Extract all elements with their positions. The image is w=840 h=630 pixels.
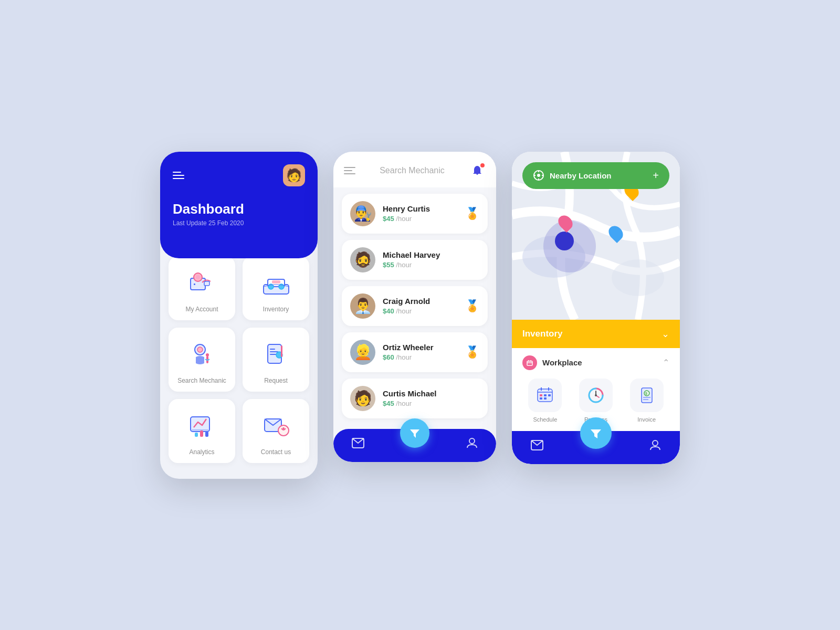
inventory-panel[interactable]: Inventory ⌄ bbox=[512, 320, 680, 348]
badge-icon: 🏅 bbox=[465, 207, 479, 220]
workplace-icons: Schedule Progress bbox=[522, 379, 669, 423]
menu-item-analytics[interactable]: Analytics bbox=[169, 399, 235, 463]
nav-mail-map[interactable] bbox=[531, 440, 543, 453]
search-screen-title: Search Mechanic bbox=[380, 166, 445, 175]
workplace-item-progress[interactable]: Progress bbox=[579, 379, 613, 423]
request-label: Request bbox=[264, 377, 288, 384]
menu-item-request[interactable]: Request bbox=[243, 328, 309, 392]
svg-rect-3 bbox=[194, 284, 195, 285]
mechanic-card-ortiz[interactable]: 👱 Ortiz Wheeler $60 /hour 🏅 bbox=[342, 332, 488, 372]
svg-rect-22 bbox=[195, 433, 198, 437]
svg-rect-9 bbox=[272, 280, 280, 284]
contact-label: Contact us bbox=[261, 448, 291, 456]
workplace-chevron[interactable]: ⌃ bbox=[663, 358, 669, 368]
mechanic-avatar: 🧔 bbox=[350, 247, 375, 272]
svg-point-32 bbox=[612, 259, 664, 296]
account-icon bbox=[185, 267, 219, 300]
notification-dot bbox=[480, 163, 485, 167]
dashboard-header: 🧑 Dashboard Last Update 25 Feb 2020 bbox=[160, 152, 318, 258]
workplace-header: Workplace ⌃ bbox=[522, 355, 669, 370]
contact-icon bbox=[259, 410, 293, 443]
menu-item-account[interactable]: My Account bbox=[169, 256, 235, 320]
nearby-location-button[interactable]: Nearby Location + bbox=[522, 162, 669, 189]
svg-rect-21 bbox=[192, 429, 208, 430]
svg-rect-47 bbox=[540, 394, 542, 396]
svg-rect-51 bbox=[544, 397, 547, 400]
menu-grid-top: My Account Inventory bbox=[169, 256, 309, 320]
mechanic-avatar: 👨‍💼 bbox=[350, 293, 375, 319]
nearby-label: Nearby Location bbox=[550, 171, 612, 180]
notification-bell[interactable] bbox=[469, 162, 486, 179]
menu-item-search[interactable]: Search Mechanic bbox=[169, 328, 235, 392]
header-top: 🧑 bbox=[173, 164, 305, 186]
svg-rect-16 bbox=[270, 351, 278, 352]
menu-grid-bot: Analytics Contact us bbox=[169, 399, 309, 463]
mechanic-avatar: 👱 bbox=[350, 340, 375, 365]
menu-button[interactable] bbox=[173, 170, 184, 181]
workplace-dot bbox=[522, 355, 537, 370]
workplace-item-schedule[interactable]: Schedule bbox=[528, 379, 562, 423]
search-header: Search Mechanic bbox=[333, 152, 496, 187]
menu-item-contact[interactable]: Contact us bbox=[243, 399, 309, 463]
svg-rect-24 bbox=[205, 432, 208, 437]
svg-rect-39 bbox=[527, 361, 532, 365]
analytics-label: Analytics bbox=[189, 448, 214, 456]
svg-rect-50 bbox=[540, 397, 542, 400]
badge-icon: 🏅 bbox=[465, 299, 479, 313]
mechanic-avatar: 👨‍🔧 bbox=[350, 201, 375, 226]
svg-point-55 bbox=[595, 394, 597, 396]
dashboard-screen: 🧑 Dashboard Last Update 25 Feb 2020 bbox=[160, 152, 318, 479]
inventory-chevron[interactable]: ⌄ bbox=[662, 328, 669, 340]
bottom-nav-search bbox=[333, 429, 496, 462]
svg-point-13 bbox=[206, 353, 209, 356]
mechanic-price: $45 /hour bbox=[383, 400, 479, 407]
nav-mail[interactable] bbox=[352, 438, 364, 451]
svg-rect-4 bbox=[204, 281, 209, 286]
filter-fab-map[interactable] bbox=[580, 417, 612, 449]
menu-item-inventory[interactable]: Inventory bbox=[243, 256, 309, 320]
mechanic-card-michael[interactable]: 🧔 Michael Harvey $55 /hour bbox=[342, 240, 488, 280]
mechanic-info: Ortiz Wheeler $60 /hour bbox=[383, 343, 458, 361]
filter-fab[interactable] bbox=[400, 418, 429, 448]
nearby-plus[interactable]: + bbox=[653, 170, 659, 182]
avatar[interactable]: 🧑 bbox=[283, 164, 305, 186]
mechanic-price: $60 /hour bbox=[383, 353, 458, 361]
search-screen: Search Mechanic 👨‍🔧 Henry Curtis $45 bbox=[333, 152, 496, 462]
hamburger-search[interactable] bbox=[344, 167, 355, 174]
map-dot bbox=[555, 232, 574, 250]
mechanic-info: Michael Harvey $55 /hour bbox=[383, 250, 479, 269]
schedule-label: Schedule bbox=[533, 416, 557, 423]
workplace-item-invoice[interactable]: $ Invoice bbox=[630, 379, 664, 423]
account-label: My Account bbox=[185, 306, 218, 313]
mechanic-info: Curtis Michael $45 /hour bbox=[383, 389, 479, 407]
dashboard-body: My Account Inventory bbox=[160, 248, 318, 479]
nav-user-map[interactable] bbox=[649, 439, 661, 454]
screens-container: 🧑 Dashboard Last Update 25 Feb 2020 bbox=[160, 152, 680, 479]
mechanic-card-craig[interactable]: 👨‍💼 Craig Arnold $40 /hour 🏅 bbox=[342, 286, 488, 326]
mechanic-list: 👨‍🔧 Henry Curtis $45 /hour 🏅 🧔 Micha bbox=[333, 187, 496, 425]
badge-icon: 🏅 bbox=[465, 345, 479, 359]
inventory-label: Inventory bbox=[263, 306, 289, 313]
nav-user[interactable] bbox=[466, 437, 478, 452]
invoice-icon-box: $ bbox=[630, 379, 664, 412]
mechanic-price: $45 /hour bbox=[383, 215, 458, 223]
mechanic-name: Michael Harvey bbox=[383, 250, 479, 259]
dashboard-subtitle: Last Update 25 Feb 2020 bbox=[173, 219, 305, 227]
mechanic-name: Craig Arnold bbox=[383, 297, 458, 306]
mechanic-card-curtis[interactable]: 🧑 Curtis Michael $45 /hour bbox=[342, 379, 488, 418]
mechanic-name: Curtis Michael bbox=[383, 389, 479, 398]
inventory-icon bbox=[259, 267, 293, 300]
svg-point-34 bbox=[537, 174, 540, 177]
svg-point-62 bbox=[653, 440, 658, 446]
mechanic-name: Henry Curtis bbox=[383, 204, 458, 213]
map-area: Nearby Location + bbox=[512, 152, 680, 320]
svg-point-11 bbox=[197, 347, 203, 352]
mechanic-card-henry[interactable]: 👨‍🔧 Henry Curtis $45 /hour 🏅 bbox=[342, 194, 488, 234]
svg-rect-49 bbox=[548, 394, 551, 396]
mechanic-price: $40 /hour bbox=[383, 307, 458, 315]
schedule-icon-box bbox=[528, 379, 562, 412]
map-bottom-nav bbox=[512, 431, 680, 464]
mechanic-name: Ortiz Wheeler bbox=[383, 343, 458, 352]
workplace-title: Workplace bbox=[542, 358, 582, 367]
dashboard-title: Dashboard bbox=[173, 201, 305, 217]
